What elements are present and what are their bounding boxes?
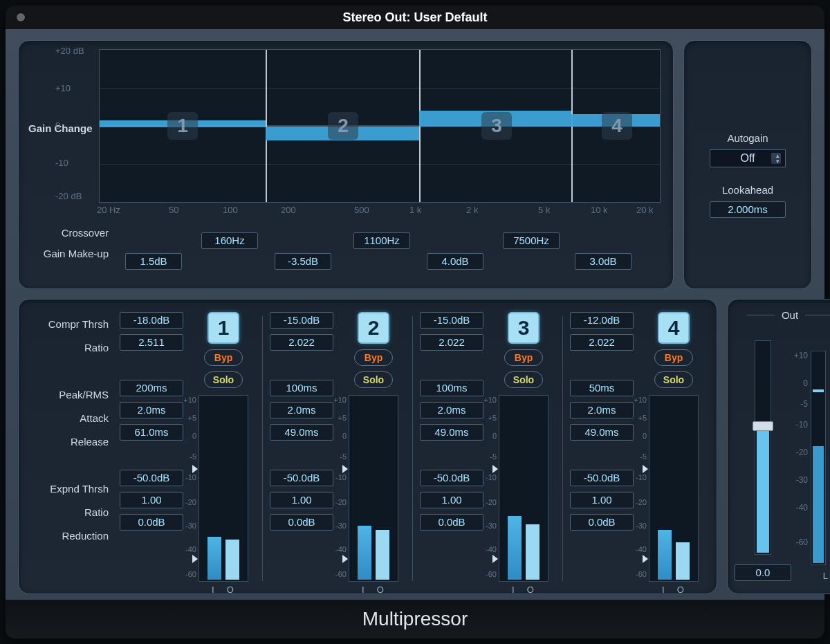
chevron-updown-icon: ▴▾ [776, 153, 780, 164]
l-label: L [823, 571, 828, 581]
solo-button-1[interactable]: Solo [204, 371, 243, 388]
compr-thresh-3[interactable]: -15.0dB [420, 312, 483, 329]
out-tick: 0 [803, 378, 808, 388]
out-label: Out [782, 309, 798, 321]
io-label: IO [662, 585, 684, 595]
meter-tick: -20 [335, 498, 347, 506]
plugin-window: Stereo Out: User Default Gain Change +20… [6, 6, 824, 638]
y-tick: 0 [55, 120, 60, 131]
output-panel: Out 0.0 +100-5-10-20-30-40-60 [727, 299, 830, 594]
meter-tick: -10 [185, 473, 196, 481]
band-chip-2[interactable]: 2 [328, 112, 358, 140]
thresh-marker-icon[interactable] [342, 465, 348, 473]
solo-button-3[interactable]: Solo [504, 371, 543, 388]
x-tick: 20 Hz [97, 205, 120, 215]
x-tick: 50 [169, 205, 178, 215]
peak-rms-label: Peak/RMS [28, 383, 114, 406]
peak-rms-3[interactable]: 100ms [420, 380, 483, 396]
x-tick: 100 [223, 205, 238, 215]
io-label: IO [362, 585, 384, 595]
solo-button-2[interactable]: Solo [354, 371, 393, 388]
autogain-select[interactable]: Off ▴▾ [710, 149, 786, 167]
y-tick: -10 [55, 158, 68, 168]
bypass-button-2[interactable]: Byp [354, 349, 393, 366]
gain-makeup-2[interactable]: -3.5dB [275, 253, 331, 270]
meter-tick: +10 [483, 396, 497, 404]
band-toggle-1[interactable]: 1 [208, 312, 239, 344]
band-meter-4: +10+50-5-10-20-30-40-60IO [649, 395, 699, 582]
x-tick: 1 k [409, 205, 421, 215]
meter-tick: -30 [486, 522, 497, 530]
solo-button-4[interactable]: Solo [654, 371, 693, 388]
close-icon[interactable] [17, 13, 25, 21]
thresh-marker-icon[interactable] [192, 555, 198, 563]
peak-rms-4[interactable]: 50ms [570, 380, 634, 396]
out-tick: -30 [796, 475, 808, 485]
compr-thresh-4[interactable]: -12.0dB [570, 312, 634, 329]
window-title: Stereo Out: User Default [342, 10, 487, 25]
output-gain-value[interactable]: 0.0 [735, 564, 791, 581]
meter-tick: -30 [185, 522, 196, 530]
content-area: Gain Change +20 dB +10 0 -10 -20 dB [6, 29, 824, 600]
band-chip-4[interactable]: 4 [602, 112, 632, 140]
output-meter-l [811, 351, 826, 565]
meter-tick: +5 [488, 414, 497, 422]
meter-tick: -5 [490, 452, 497, 461]
y-tick: +20 dB [55, 46, 84, 56]
band-toggle-3[interactable]: 3 [508, 312, 540, 344]
compr-ratio-1[interactable]: 2.511 [120, 334, 183, 351]
meter-tick: -30 [636, 522, 647, 530]
band-meter-3: +10+50-5-10-20-30-40-60IO [499, 395, 548, 582]
lookahead-label: Lookahead [722, 184, 773, 196]
meter-tick: 0 [192, 432, 196, 440]
thresh-marker-icon[interactable] [643, 465, 648, 473]
crossover-handle-1[interactable] [266, 50, 267, 202]
band-meter-2: +10+50-5-10-20-30-40-60IO [349, 395, 398, 582]
compr-ratio-2[interactable]: 2.022 [270, 334, 333, 351]
thresh-marker-icon[interactable] [643, 555, 648, 563]
slider-thumb[interactable] [753, 421, 773, 431]
compr-thresh-2[interactable]: -15.0dB [270, 312, 333, 329]
x-tick: 200 [281, 205, 296, 215]
peak-rms-2[interactable]: 100ms [270, 380, 333, 396]
bands-panel: Compr Thrsh Ratio Peak/RMS Attack Releas… [18, 299, 717, 594]
thresh-marker-icon[interactable] [492, 465, 498, 473]
bypass-button-1[interactable]: Byp [204, 349, 243, 366]
meter-tick: 0 [342, 432, 347, 440]
lookahead-field[interactable]: 2.000ms [710, 201, 786, 218]
gain-change-label: Gain Change [28, 122, 93, 134]
meter-tick: -40 [636, 545, 647, 553]
gain-graph[interactable]: +20 dB +10 0 -10 -20 dB [99, 49, 661, 203]
bypass-button-4[interactable]: Byp [654, 349, 693, 366]
out-tick: +10 [794, 351, 808, 360]
gain-makeup-4[interactable]: 3.0dB [575, 253, 631, 270]
plugin-name: Multipressor [362, 608, 468, 630]
meter-tick: -40 [335, 545, 347, 553]
thresh-marker-icon[interactable] [192, 465, 198, 473]
compr-ratio-4[interactable]: 2.022 [570, 334, 634, 351]
band-toggle-4[interactable]: 4 [658, 312, 690, 344]
out-tick: -20 [796, 448, 808, 457]
bypass-button-3[interactable]: Byp [504, 349, 543, 366]
band-chip-3[interactable]: 3 [481, 112, 512, 140]
gain-makeup-1[interactable]: 1.5dB [125, 253, 182, 270]
output-gain-slider[interactable] [755, 340, 771, 555]
band-toggle-2[interactable]: 2 [358, 312, 389, 344]
meter-tick: -20 [185, 498, 196, 506]
titlebar[interactable]: Stereo Out: User Default [6, 6, 824, 29]
meter-tick: -10 [486, 473, 497, 481]
meter-tick: -40 [185, 545, 196, 553]
thresh-marker-icon[interactable] [342, 555, 348, 563]
x-tick: 5 k [538, 205, 550, 215]
compr-ratio-3[interactable]: 2.022 [420, 334, 483, 351]
meter-tick: +10 [333, 396, 347, 404]
band-chip-1[interactable]: 1 [167, 112, 198, 140]
meter-tick: +10 [634, 396, 647, 404]
peak-rms-1[interactable]: 200ms [120, 380, 183, 396]
meter-tick: -5 [190, 452, 196, 461]
gain-makeup-3[interactable]: 4.0dB [427, 253, 483, 270]
thresh-marker-icon[interactable] [492, 555, 498, 563]
io-label: IO [212, 585, 234, 595]
x-tick: 2 k [466, 205, 478, 215]
compr-thresh-1[interactable]: -18.0dB [120, 312, 183, 329]
